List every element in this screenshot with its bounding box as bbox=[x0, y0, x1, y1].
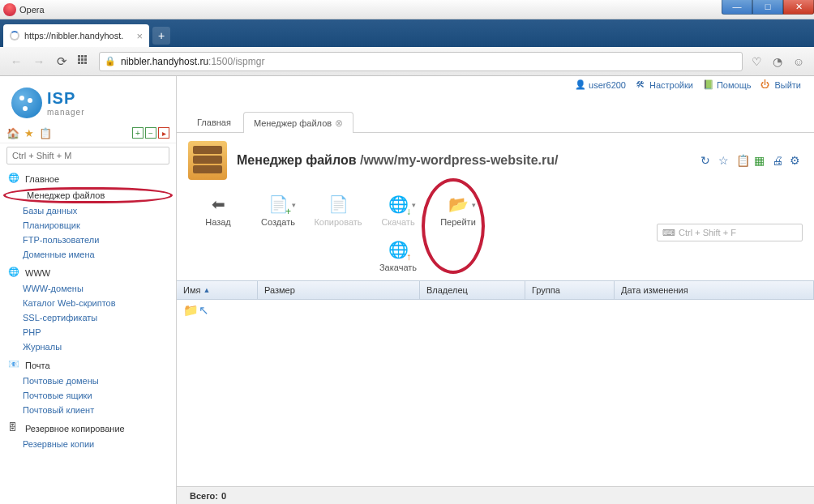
search-placeholder: Ctrl + Shift + F bbox=[679, 228, 736, 237]
sidebar-item-domains[interactable]: Доменные имена bbox=[0, 247, 176, 262]
tb-label: Перейти bbox=[440, 217, 476, 227]
tb-label: Закачать bbox=[379, 263, 417, 272]
star-icon[interactable]: ☆ bbox=[718, 154, 731, 167]
browser-tab-label: https://nibbler.handyhost. bbox=[24, 31, 123, 41]
browser-tab[interactable]: https://nibbler.handyhost. × bbox=[3, 24, 149, 47]
speed-dial-button[interactable] bbox=[76, 53, 92, 70]
tab-close-icon[interactable]: × bbox=[136, 30, 143, 42]
toolbar: ⬅ Назад 📄+▾ Создать 📄 Копировать 🌐↓▾ Ска… bbox=[177, 188, 814, 280]
tab-label: Менеджер файлов bbox=[254, 118, 332, 128]
page-path: /www/my-wordpress-website.ru/ bbox=[360, 153, 559, 167]
nav-back-button[interactable]: ← bbox=[8, 53, 24, 70]
new-tab-button[interactable]: + bbox=[152, 27, 170, 45]
sidebar-item-mailclient[interactable]: Почтовый клиент bbox=[0, 403, 176, 417]
maximize-button[interactable]: □ bbox=[752, 0, 783, 15]
loading-spinner-icon bbox=[10, 31, 19, 41]
url-input[interactable]: 🔒 nibbler.handyhost.ru:1500/ispmgr bbox=[99, 52, 743, 71]
new-file-icon: 📄+▾ bbox=[267, 193, 289, 216]
lock-icon: 🔒 bbox=[105, 56, 116, 66]
sidebar-action-button[interactable]: ▸ bbox=[158, 127, 169, 139]
sidebar-item-scheduler[interactable]: Планировщик bbox=[0, 218, 176, 233]
go-up-icon[interactable]: 📁↖ bbox=[183, 303, 209, 317]
refresh-icon[interactable]: ↻ bbox=[700, 154, 713, 167]
chevron-down-icon[interactable]: ▾ bbox=[472, 201, 476, 209]
sidebar-item-backups[interactable]: Резервные копии bbox=[0, 437, 176, 451]
tab-filemanager[interactable]: Менеджер файлов ⊗ bbox=[243, 112, 353, 133]
home-icon[interactable]: 🏠 bbox=[6, 126, 19, 139]
col-owner[interactable]: Владелец bbox=[420, 281, 525, 299]
col-group[interactable]: Группа bbox=[525, 281, 615, 299]
url-path: :1500/ispmgr bbox=[208, 56, 264, 67]
excel-icon[interactable]: ▦ bbox=[754, 154, 767, 167]
toolbar-search[interactable]: ⌨ Ctrl + Shift + F bbox=[657, 224, 803, 241]
opera-icon bbox=[3, 3, 16, 16]
opera-turbo-icon[interactable]: ◔ bbox=[770, 54, 785, 69]
sidebar-section-www[interactable]: 🌐 WWW bbox=[0, 262, 176, 281]
nav-forward-button[interactable]: → bbox=[31, 53, 47, 70]
sidebar-item-logs[interactable]: Журналы bbox=[0, 340, 176, 354]
col-name[interactable]: Имя ▲ bbox=[177, 281, 258, 299]
sidebar-item-filemanager[interactable]: Менеджер файлов bbox=[3, 187, 173, 203]
cabinet-icon bbox=[188, 141, 227, 180]
chevron-down-icon[interactable]: ▾ bbox=[292, 201, 296, 209]
sidebar-item-webscripts[interactable]: Каталог Web-скриптов bbox=[0, 296, 176, 310]
logo-text-1: ISP bbox=[47, 89, 84, 108]
sidebar-item-wwwdomains[interactable]: WWW-домены bbox=[0, 281, 176, 296]
browser-tabstrip: https://nibbler.handyhost. × + bbox=[0, 19, 814, 47]
back-button[interactable]: ⬅ Назад bbox=[188, 191, 248, 229]
create-button[interactable]: 📄+▾ Создать bbox=[248, 191, 308, 229]
reload-button[interactable]: ⟳ bbox=[54, 53, 70, 70]
sidebar-search[interactable] bbox=[6, 147, 169, 164]
sidebar-item-mailboxes[interactable]: Почтовые ящики bbox=[0, 388, 176, 403]
tab-close-icon[interactable]: ⊗ bbox=[335, 117, 343, 129]
expand-all-button[interactable]: + bbox=[132, 127, 144, 139]
address-bar: ← → ⟳ 🔒 nibbler.handyhost.ru:1500/ispmgr… bbox=[0, 47, 814, 76]
close-button[interactable]: ✕ bbox=[783, 0, 814, 15]
sidebar-item-ftp[interactable]: FTP-пользователи bbox=[0, 233, 176, 247]
chevron-down-icon[interactable]: ▾ bbox=[412, 201, 416, 209]
sidebar-search-input[interactable] bbox=[6, 147, 169, 164]
minimize-button[interactable]: — bbox=[722, 0, 752, 15]
globe-icon: 🌐 bbox=[8, 267, 21, 280]
section-label: Главное bbox=[25, 174, 59, 184]
backup-icon: 🗄 bbox=[8, 422, 21, 435]
col-label: Размер bbox=[264, 285, 295, 295]
sidebar-section-backup[interactable]: 🗄 Резервное копирование bbox=[0, 417, 176, 437]
sidebar-item-php[interactable]: PHP bbox=[0, 325, 176, 340]
upload-button[interactable]: 🌐↑ Закачать bbox=[368, 237, 428, 274]
download-button[interactable]: 🌐↓▾ Скачать bbox=[368, 191, 428, 229]
logo-icon bbox=[11, 88, 42, 118]
sidebar-section-main[interactable]: 🌐 Главное bbox=[0, 168, 176, 187]
collapse-all-button[interactable]: − bbox=[145, 127, 156, 139]
tb-label: Назад bbox=[205, 217, 231, 227]
tab-home[interactable]: Главная bbox=[186, 111, 242, 132]
col-size[interactable]: Размер bbox=[258, 281, 420, 299]
sidebar-item-ssl[interactable]: SSL-сертификаты bbox=[0, 310, 176, 325]
sidebar-section-mail[interactable]: 📧 Почта bbox=[0, 354, 176, 374]
page-title: Менеджер файлов bbox=[237, 153, 357, 167]
status-value: 0 bbox=[221, 491, 226, 501]
account-icon[interactable]: ☺ bbox=[791, 54, 806, 69]
copy-icon[interactable]: 📋 bbox=[736, 154, 749, 167]
sidebar-item-maildomains[interactable]: Почтовые домены bbox=[0, 374, 176, 388]
col-label: Группа bbox=[532, 285, 560, 295]
grid-header: Имя ▲ Размер Владелец Группа Дата измене… bbox=[177, 280, 814, 300]
status-label: Всего: bbox=[190, 491, 218, 501]
print-icon[interactable]: 🖨 bbox=[772, 154, 785, 167]
sidebar-toolbar: 🏠 ★ 📋 + − ▸ bbox=[0, 123, 176, 143]
sidebar-item-databases[interactable]: Базы данных bbox=[0, 203, 176, 218]
copy-button[interactable]: 📄 Копировать bbox=[308, 191, 368, 229]
logo-text-2: manager bbox=[47, 108, 84, 117]
col-label: Дата изменения bbox=[621, 285, 688, 295]
bookmark-heart-icon[interactable]: ♡ bbox=[749, 54, 764, 69]
window-title: Opera bbox=[19, 5, 811, 15]
keyboard-icon: ⌨ bbox=[662, 228, 675, 238]
col-mtime[interactable]: Дата изменения bbox=[615, 281, 814, 299]
section-label: Резервное копирование bbox=[25, 424, 125, 434]
favorite-icon[interactable]: ★ bbox=[23, 126, 36, 139]
mail-icon: 📧 bbox=[8, 359, 21, 372]
clipboard-icon[interactable]: 📋 bbox=[39, 126, 52, 139]
goto-button[interactable]: 📂▾ Перейти bbox=[428, 191, 488, 229]
settings-icon[interactable]: ⚙ bbox=[790, 154, 803, 167]
section-label: WWW bbox=[25, 268, 50, 278]
